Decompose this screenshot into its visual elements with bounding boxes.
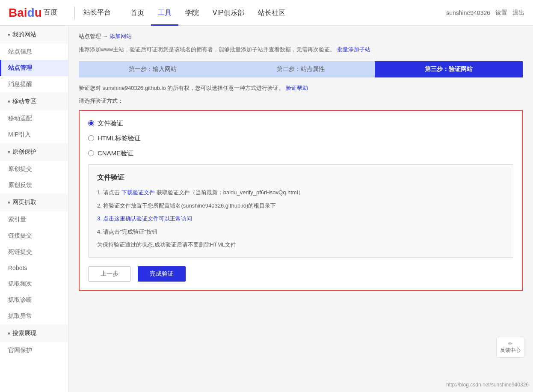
- label-html-verify: HTML标签验证: [98, 134, 141, 143]
- radio-html-verify[interactable]: [88, 135, 94, 141]
- inner-box-title: 文件验证: [97, 173, 504, 182]
- label-file-verify: 文件验证: [98, 119, 123, 128]
- feedback-icon: ✏: [500, 341, 521, 347]
- instruction-list: 1. 请点击 下载验证文件 获取验证文件（当前最新：baidu_verify_p…: [97, 188, 504, 237]
- back-button[interactable]: 上一步: [88, 266, 131, 282]
- sidebar-item-message[interactable]: 消息提醒: [0, 76, 68, 92]
- sidebar-item-official-protect[interactable]: 官网保护: [0, 342, 68, 359]
- nav-community[interactable]: 站长社区: [251, 0, 292, 26]
- inner-box-note: 为保持验证通过的状态,成功验证后请不要删除HTML文件: [97, 241, 504, 249]
- sidebar-section-my-site[interactable]: 我的网站: [0, 26, 68, 44]
- header-user: sunshine940326 设置 退出: [446, 9, 524, 17]
- instruction-step-3: 3. 点击这里确认验证文件可以正常访问: [97, 214, 504, 223]
- verify-box: 文件验证 HTML标签验证 CNAME验证 文件验证 1. 请点击 下载验证文件…: [79, 110, 523, 291]
- logo-chinese: 百度: [44, 8, 57, 17]
- sidebar-item-link-submit[interactable]: 链接提交: [0, 228, 68, 244]
- sidebar-section-crawl[interactable]: 网页抓取: [0, 193, 68, 211]
- sidebar-section-mobile[interactable]: 移动专区: [0, 92, 68, 110]
- info-main-text: 推荐添加www主站，验证后可证明您是该域名的拥有者，能够批量添加子站并查看数据，…: [79, 46, 335, 53]
- logo: Baidu 百度: [9, 6, 57, 20]
- confirm-access-link[interactable]: 3. 点击这里确认验证文件可以正常访问: [97, 215, 192, 222]
- radio-file-verify[interactable]: [88, 120, 94, 126]
- verify-note: 验证您对 sunshine940326.github.io 的所有权，您可以选择…: [79, 84, 523, 92]
- sidebar-item-mobile-adapt[interactable]: 移动适配: [0, 110, 68, 127]
- inner-instruction-box: 文件验证 1. 请点击 下载验证文件 获取验证文件（当前最新：baidu_ver…: [88, 164, 513, 258]
- feedback-button[interactable]: ✏ 反馈中心: [496, 337, 524, 358]
- step-2: 第二步：站点属性: [227, 61, 375, 77]
- nav-academy[interactable]: 学院: [178, 0, 206, 26]
- nav-tools[interactable]: 工具: [151, 0, 178, 26]
- username: sunshine940326: [446, 9, 490, 16]
- breadcrumb: 站点管理 → 添加网站: [79, 33, 523, 40]
- verify-help-link[interactable]: 验证帮助: [286, 85, 308, 91]
- step1-prefix: 1. 请点击: [97, 189, 120, 196]
- sidebar-item-index[interactable]: 索引量: [0, 211, 68, 228]
- label-cname-verify: CNAME验证: [98, 149, 133, 157]
- logout-link[interactable]: 退出: [512, 9, 524, 17]
- instruction-step-1: 1. 请点击 下载验证文件 获取验证文件（当前最新：baidu_verify_p…: [97, 188, 504, 197]
- verify-button[interactable]: 完成验证: [138, 266, 186, 282]
- main-content: 站点管理 → 添加网站 推荐添加www主站，验证后可证明您是该域名的拥有者，能够…: [68, 26, 533, 392]
- baidu-logo-text: Baidu: [9, 6, 42, 20]
- sidebar-item-mip[interactable]: MIP引入: [0, 127, 68, 143]
- sidebar-item-crawl-freq[interactable]: 抓取频次: [0, 276, 68, 292]
- footer-url: http://blog.csdn.net/sunshine940326: [446, 382, 529, 388]
- sidebar-item-site-manage[interactable]: 站点管理: [0, 60, 68, 76]
- option-cname-verify[interactable]: CNAME验证: [88, 149, 513, 157]
- radio-cname-verify[interactable]: [88, 150, 94, 156]
- nav-home[interactable]: 首页: [124, 0, 151, 26]
- button-row: 上一步 完成验证: [88, 266, 513, 282]
- breadcrumb-arrow: →: [103, 33, 110, 39]
- step-3: 第三步：验证网站: [375, 61, 523, 77]
- header: Baidu 百度 站长平台 首页 工具 学院 VIP俱乐部 站长社区 sunsh…: [0, 0, 533, 26]
- info-text: 推荐添加www主站，验证后可证明您是该域名的拥有者，能够批量添加子站并查看数据，…: [79, 45, 523, 54]
- sidebar-item-crawl-diag[interactable]: 抓取诊断: [0, 292, 68, 308]
- download-verify-file-link[interactable]: 下载验证文件: [121, 189, 155, 196]
- sidebar-item-original-submit[interactable]: 原创提交: [0, 161, 68, 177]
- step1-suffix: 获取验证文件（当前最新：baidu_verify_pf6rHsovQq.html…: [157, 189, 304, 196]
- breadcrumb-current: 添加网站: [110, 33, 132, 39]
- sidebar-section-search[interactable]: 搜索展现: [0, 324, 68, 342]
- nav-vip[interactable]: VIP俱乐部: [206, 0, 251, 26]
- verify-note-text: 验证您对 sunshine940326.github.io 的所有权，您可以选择…: [79, 85, 284, 91]
- batch-add-link[interactable]: 批量添加子站: [337, 46, 370, 53]
- breadcrumb-parent[interactable]: 站点管理: [79, 33, 101, 39]
- main-nav: 首页 工具 学院 VIP俱乐部 站长社区: [124, 0, 446, 26]
- steps-bar: 第一步：输入网站 第二步：站点属性 第三步：验证网站: [79, 61, 523, 77]
- sidebar-item-site-info[interactable]: 站点信息: [0, 44, 68, 60]
- option-file-verify[interactable]: 文件验证: [88, 119, 513, 128]
- layout: 我的网站 站点信息 站点管理 消息提醒 移动专区 移动适配 MIP引入 原创保护…: [0, 26, 533, 392]
- instruction-step-2: 2. 将验证文件放置于您所配置域名(sunshine940326.github.…: [97, 202, 504, 211]
- verify-select-label: 请选择验证方式：: [79, 97, 523, 105]
- platform-title: 站长平台: [83, 8, 111, 17]
- sidebar-item-robots[interactable]: Robots: [0, 260, 68, 276]
- feedback-label: 反馈中心: [500, 347, 521, 354]
- option-html-verify[interactable]: HTML标签验证: [88, 134, 513, 143]
- settings-link[interactable]: 设置: [495, 9, 507, 17]
- header-divider: [74, 6, 75, 19]
- sidebar-item-crawl-error[interactable]: 抓取异常: [0, 308, 68, 324]
- sidebar-item-dead-link[interactable]: 死链提交: [0, 244, 68, 260]
- instruction-step-4: 4. 请点击"完成验证"按钮: [97, 228, 504, 237]
- step-1: 第一步：输入网站: [79, 61, 227, 77]
- sidebar: 我的网站 站点信息 站点管理 消息提醒 移动专区 移动适配 MIP引入 原创保护…: [0, 26, 68, 392]
- sidebar-item-original-feedback[interactable]: 原创反馈: [0, 177, 68, 193]
- sidebar-section-original[interactable]: 原创保护: [0, 143, 68, 161]
